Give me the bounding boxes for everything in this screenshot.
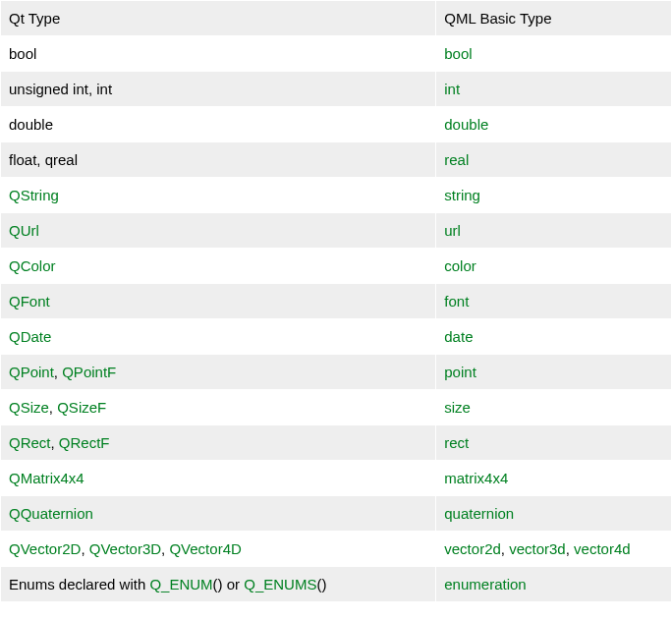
cell-qml: rect	[436, 425, 672, 461]
cell-qt: QFont	[1, 284, 436, 319]
plain-text: ,	[49, 399, 57, 416]
plain-text: () or	[213, 576, 245, 592]
type-link[interactable]: QColor	[9, 257, 56, 274]
plain-text: float, qreal	[9, 151, 78, 168]
table-row: QVector2D, QVector3D, QVector4Dvector2d,…	[1, 532, 672, 567]
type-link[interactable]: QString	[9, 187, 59, 203]
table-row: QStringstring	[1, 178, 672, 213]
type-link[interactable]: color	[444, 257, 476, 274]
table-body: boolboolunsigned int, intintdoubledouble…	[1, 36, 672, 602]
cell-qt: bool	[1, 36, 436, 72]
type-link[interactable]: QVector4D	[169, 540, 241, 557]
table-row: unsigned int, intint	[1, 72, 672, 107]
cell-qt: QColor	[1, 249, 436, 284]
table-row: QPoint, QPointFpoint	[1, 355, 672, 390]
plain-text: ,	[51, 434, 59, 451]
table-row: QUrlurl	[1, 213, 672, 249]
type-mapping-table: Qt Type QML Basic Type boolboolunsigned …	[0, 0, 672, 602]
plain-text: double	[9, 116, 53, 133]
table-row: QSize, QSizeFsize	[1, 390, 672, 425]
plain-text: ,	[566, 540, 574, 557]
type-link[interactable]: Q_ENUM	[149, 576, 212, 592]
type-link[interactable]: QRectF	[59, 434, 110, 451]
header-qt-type: Qt Type	[1, 1, 436, 36]
table-row: boolbool	[1, 36, 672, 72]
type-link[interactable]: QQuaternion	[9, 505, 93, 522]
table-row: QColorcolor	[1, 249, 672, 284]
cell-qt: unsigned int, int	[1, 72, 436, 107]
type-link[interactable]: Q_ENUMS	[244, 576, 316, 592]
cell-qml: double	[436, 107, 672, 142]
cell-qt: QQuaternion	[1, 496, 436, 532]
table-row: QQuaternionquaternion	[1, 496, 672, 532]
table-row: float, qrealreal	[1, 142, 672, 178]
cell-qml: point	[436, 355, 672, 390]
type-link[interactable]: QRect	[9, 434, 51, 451]
cell-qml: matrix4x4	[436, 461, 672, 496]
cell-qt: QMatrix4x4	[1, 461, 436, 496]
table-row: QMatrix4x4matrix4x4	[1, 461, 672, 496]
plain-text: ,	[81, 540, 88, 557]
plain-text: ,	[54, 364, 62, 380]
type-link[interactable]: QFont	[9, 293, 50, 310]
type-link[interactable]: quaternion	[444, 505, 514, 522]
cell-qt: QVector2D, QVector3D, QVector4D	[1, 532, 436, 567]
cell-qml: color	[436, 249, 672, 284]
type-link[interactable]: point	[444, 364, 476, 380]
cell-qt: float, qreal	[1, 142, 436, 178]
table-row: doubledouble	[1, 107, 672, 142]
header-qml-type: QML Basic Type	[436, 1, 672, 36]
type-link[interactable]: QVector2D	[9, 540, 81, 557]
cell-qml: string	[436, 178, 672, 213]
type-link[interactable]: QDate	[9, 328, 51, 345]
table-row: Enums declared with Q_ENUM() or Q_ENUMS(…	[1, 567, 672, 602]
table-row: QDatedate	[1, 319, 672, 355]
type-link[interactable]: rect	[444, 434, 469, 451]
type-link[interactable]: vector2d	[444, 540, 501, 557]
cell-qml: date	[436, 319, 672, 355]
type-link[interactable]: vector3d	[509, 540, 566, 557]
type-link[interactable]: QVector3D	[89, 540, 161, 557]
type-link[interactable]: QSize	[9, 399, 49, 416]
type-link[interactable]: date	[444, 328, 473, 345]
type-link[interactable]: vector4d	[574, 540, 631, 557]
cell-qml: real	[436, 142, 672, 178]
cell-qt: QString	[1, 178, 436, 213]
type-link[interactable]: QMatrix4x4	[9, 470, 84, 486]
type-link[interactable]: real	[444, 151, 469, 168]
cell-qml: bool	[436, 36, 672, 72]
cell-qml: quaternion	[436, 496, 672, 532]
cell-qml: enumeration	[436, 567, 672, 602]
type-link[interactable]: QUrl	[9, 222, 39, 239]
type-link[interactable]: QPoint	[9, 364, 54, 380]
type-link[interactable]: QSizeF	[57, 399, 106, 416]
type-link[interactable]: enumeration	[444, 576, 526, 592]
type-link[interactable]: QPointF	[62, 364, 116, 380]
cell-qml: font	[436, 284, 672, 319]
type-link[interactable]: matrix4x4	[444, 470, 508, 486]
table-row: QFontfont	[1, 284, 672, 319]
type-link[interactable]: string	[444, 187, 480, 203]
plain-text: ,	[501, 540, 509, 557]
cell-qml: size	[436, 390, 672, 425]
type-link[interactable]: int	[444, 81, 460, 97]
cell-qml: vector2d, vector3d, vector4d	[436, 532, 672, 567]
cell-qt: QDate	[1, 319, 436, 355]
type-link[interactable]: font	[444, 293, 469, 310]
type-link[interactable]: size	[444, 399, 471, 416]
type-link[interactable]: double	[444, 116, 488, 133]
plain-text: ()	[316, 576, 326, 592]
table-row: QRect, QRectFrect	[1, 425, 672, 461]
type-link[interactable]: url	[444, 222, 461, 239]
cell-qt: QRect, QRectF	[1, 425, 436, 461]
cell-qt: QPoint, QPointF	[1, 355, 436, 390]
table-header-row: Qt Type QML Basic Type	[1, 1, 672, 36]
cell-qt: Enums declared with Q_ENUM() or Q_ENUMS(…	[1, 567, 436, 602]
type-link[interactable]: bool	[444, 45, 472, 62]
plain-text: bool	[9, 45, 36, 62]
cell-qt: QUrl	[1, 213, 436, 249]
cell-qt: QSize, QSizeF	[1, 390, 436, 425]
cell-qt: double	[1, 107, 436, 142]
cell-qml: url	[436, 213, 672, 249]
cell-qml: int	[436, 72, 672, 107]
